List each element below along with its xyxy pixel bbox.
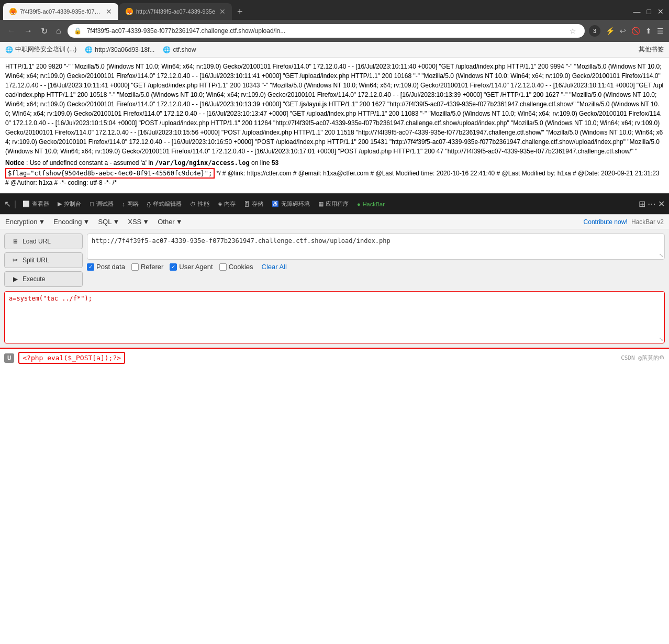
extension-icon-2[interactable]: ⚡: [606, 27, 615, 35]
maximize-icon[interactable]: □: [647, 7, 651, 16]
devtools-close-icon[interactable]: ✕: [658, 199, 665, 209]
minimize-icon[interactable]: —: [633, 7, 641, 16]
address-input[interactable]: 🔒 7f4f39f5-ac07-4339-935e-f077b2361947.c…: [68, 24, 585, 38]
devtools-btn-console[interactable]: ▶ 控制台: [54, 198, 84, 210]
bookmark-star-icon[interactable]: ☆: [570, 27, 578, 35]
debugger-label: 调试器: [96, 200, 114, 208]
notice-label: Notice: [5, 159, 25, 166]
checkbox-referer-label: Referer: [141, 263, 163, 271]
close-icon[interactable]: ✕: [657, 7, 664, 16]
devtools-btn-performance[interactable]: ⏱ 性能: [187, 198, 213, 210]
storage-icon: 🗄: [244, 201, 250, 207]
clear-all-button[interactable]: Clear All: [262, 263, 287, 271]
hackbar-menu-sql[interactable]: SQL ▼: [98, 218, 119, 226]
split-url-button[interactable]: ✂ Split URL: [4, 252, 83, 268]
tab-close-2[interactable]: ✕: [219, 7, 226, 16]
hackbar-menu-encoding[interactable]: Encoding ▼: [53, 218, 90, 226]
devtools-btn-application[interactable]: ▦ 应用程序: [315, 198, 352, 210]
network-label: 网络: [127, 200, 139, 208]
load-url-label: Load URL: [23, 238, 51, 245]
bookmark-2[interactable]: 🌐 http://30a06d93-18f...: [85, 46, 154, 53]
accessibility-icon: ♿: [272, 201, 279, 207]
hackbar-buttons: 🖥 Load URL ✂ Split URL ▶ Execute: [4, 234, 83, 287]
hackbar: Encryption ▼ Encoding ▼ SQL ▼ XSS ▼ Othe…: [0, 214, 669, 367]
post-data-textarea[interactable]: a=system("tac ../f*"); ⤡: [4, 291, 665, 343]
tab-close-1[interactable]: ✕: [106, 7, 112, 16]
encoding-label: Encoding: [53, 218, 82, 226]
devtools-btn-memory[interactable]: ◈ 内存: [215, 198, 239, 210]
hackbar-tab-label: HackBar: [363, 201, 385, 207]
devtools-btn-debugger[interactable]: ◻ 调试器: [86, 198, 117, 210]
encoding-arrow: ▼: [83, 218, 90, 226]
bookmark-icon-3: 🌐: [163, 46, 171, 53]
resize-handle: ⤡: [659, 252, 663, 258]
hackbar-right: http://7f4f39f5-ac07-4339-935e-f077b2361…: [87, 234, 665, 287]
bookmark-1[interactable]: 🌐 中职网络安全培训 (...): [5, 45, 76, 54]
bookmark-3[interactable]: 🌐 ctf.show: [163, 46, 196, 53]
devtools-btn-storage[interactable]: 🗄 存储: [241, 198, 266, 210]
extension-icon-3[interactable]: ↩: [620, 27, 626, 35]
notice-path: /var/log/nginx/access.log: [155, 159, 250, 166]
other-bookmarks[interactable]: 其他书签: [639, 45, 664, 54]
devtools-btn-accessibility[interactable]: ♿ 无障碍环境: [269, 198, 313, 210]
back-button[interactable]: ←: [5, 25, 18, 37]
devtools-more-icon[interactable]: ⋯: [648, 199, 656, 209]
hackbar-dot-icon: ●: [357, 201, 361, 207]
storage-label: 存储: [252, 200, 263, 208]
extension-icon-5[interactable]: ⬆: [645, 27, 652, 35]
checkbox-post-data[interactable]: ✓ Post data: [87, 263, 125, 271]
reload-button[interactable]: ↻: [39, 25, 50, 37]
sql-arrow: ▼: [113, 218, 119, 226]
notice-suffix: on line: [251, 159, 272, 166]
checkbox-user-agent[interactable]: ✓ User Agent: [170, 263, 213, 271]
post-data-value: a=system("tac ../f*");: [9, 295, 92, 302]
devtools-btn-style-editor[interactable]: {} 样式编辑器: [144, 198, 185, 210]
bookmark-icon-2: 🌐: [85, 46, 93, 53]
tab-active[interactable]: 🦊 7f4f39f5-ac07-4339-935e-f077b... ✕: [3, 3, 118, 20]
application-icon: ▦: [318, 201, 324, 207]
checkbox-post-data-box[interactable]: ✓: [87, 263, 94, 271]
checkbox-cookies-box[interactable]: [219, 263, 227, 271]
load-url-icon: 🖥: [11, 237, 19, 246]
network-icon: ↕: [122, 201, 125, 207]
menu-button[interactable]: ☰: [657, 27, 664, 35]
content-area: HTTP/1.1" 200 9820 "-" "Mozilla/5.0 (Win…: [0, 58, 669, 193]
new-tab-button[interactable]: +: [232, 6, 248, 17]
load-url-button[interactable]: 🖥 Load URL: [4, 234, 83, 249]
hackbar-url-value: http://7f4f39f5-ac07-4339-935e-f077b2361…: [92, 237, 391, 245]
inspector-icon: ⬜: [23, 201, 30, 207]
other-arrow: ▼: [176, 218, 183, 226]
hackbar-main: 🖥 Load URL ✂ Split URL ▶ Execute http://…: [0, 229, 669, 291]
extension-icon-1[interactable]: 3: [589, 25, 600, 37]
execute-button[interactable]: ▶ Execute: [4, 271, 83, 287]
checkbox-referer[interactable]: Referer: [131, 263, 163, 271]
devtools-dock-icon[interactable]: ⊞: [639, 199, 645, 209]
hackbar-menu-xss[interactable]: XSS ▼: [128, 218, 149, 226]
hackbar-menu-encryption[interactable]: Encryption ▼: [5, 218, 45, 226]
log-area: HTTP/1.1" 200 9820 "-" "Mozilla/5.0 (Win…: [0, 58, 669, 193]
extension-icon-4[interactable]: 🚫: [631, 27, 640, 35]
browser-chrome: 🦊 7f4f39f5-ac07-4339-935e-f077b... ✕ 🦊 h…: [0, 0, 669, 58]
devtools-btn-inspector[interactable]: ⬜ 查看器: [19, 198, 52, 210]
hackbar-menu-other[interactable]: Other ▼: [158, 218, 182, 226]
forward-button[interactable]: →: [22, 25, 35, 37]
home-button[interactable]: ⌂: [54, 25, 63, 37]
checkbox-cookies[interactable]: Cookies: [219, 263, 253, 271]
csdn-watermark: CSDN @落莫的鱼: [621, 354, 665, 362]
notice-line-number: 53: [272, 159, 278, 166]
checkbox-user-agent-label: User Agent: [179, 263, 213, 271]
checkbox-referer-box[interactable]: [131, 263, 139, 271]
devtools-btn-network[interactable]: ↕ 网络: [119, 198, 142, 210]
address-bar: ← → ↻ ⌂ 🔒 7f4f39f5-ac07-4339-935e-f077b2…: [0, 20, 669, 42]
bottom-u-badge: U: [4, 353, 14, 363]
hackbar-url-textarea[interactable]: http://7f4f39f5-ac07-4339-935e-f077b2361…: [87, 234, 665, 260]
hackbar-menu-bar: Encryption ▼ Encoding ▼ SQL ▼ XSS ▼ Othe…: [0, 215, 669, 229]
checkbox-user-agent-box[interactable]: ✓: [170, 263, 177, 271]
hackbar-contribute[interactable]: Contribute now! HackBar v2: [584, 218, 664, 226]
bookmark-label-3: ctf.show: [173, 46, 196, 53]
devtools-btn-hackbar[interactable]: ● HackBar: [354, 199, 388, 209]
bookmarks-bar: 🌐 中职网络安全培训 (...) 🌐 http://30a06d93-18f..…: [0, 42, 669, 58]
tab-inactive[interactable]: 🦊 http://7f4f39f5-ac07-4339-935e ✕: [119, 3, 232, 20]
accessibility-label: 无障碍环境: [281, 200, 310, 208]
post-data-resize-handle: ⤡: [659, 336, 663, 342]
